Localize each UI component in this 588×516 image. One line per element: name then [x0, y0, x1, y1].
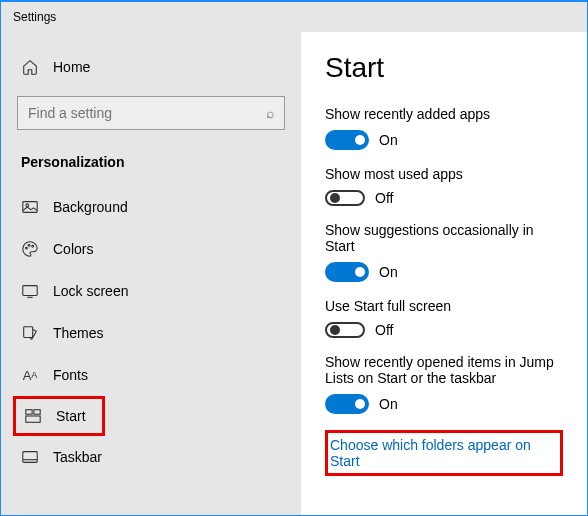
- setting-label: Show recently opened items in Jump Lists…: [325, 354, 563, 386]
- sidebar-item-taskbar[interactable]: Taskbar: [1, 436, 301, 478]
- toggle-state: On: [379, 264, 398, 280]
- main-panel: Start Show recently added apps On Show m…: [301, 32, 587, 515]
- toggle-state: On: [379, 396, 398, 412]
- sidebar-item-background[interactable]: Background: [1, 186, 301, 228]
- choose-folders-link[interactable]: Choose which folders appear on Start: [325, 430, 563, 476]
- sidebar-item-start[interactable]: Start: [13, 396, 105, 436]
- svg-rect-9: [26, 416, 40, 422]
- start-icon: [24, 407, 42, 425]
- picture-icon: [21, 198, 39, 216]
- fonts-icon: AA: [21, 366, 39, 384]
- toggle-most-used[interactable]: [325, 190, 365, 206]
- toggle-state: On: [379, 132, 398, 148]
- sidebar-item-lockscreen[interactable]: Lock screen: [1, 270, 301, 312]
- taskbar-icon: [21, 448, 39, 466]
- setting-fullscreen: Use Start full screen Off: [325, 298, 563, 338]
- sidebar-item-label: Start: [56, 408, 86, 424]
- svg-rect-5: [23, 286, 37, 296]
- setting-suggestions: Show suggestions occasionally in Start O…: [325, 222, 563, 282]
- svg-rect-6: [24, 327, 33, 338]
- themes-icon: [21, 324, 39, 342]
- sidebar-item-themes[interactable]: Themes: [1, 312, 301, 354]
- window-header: Settings: [1, 2, 587, 32]
- setting-label: Show suggestions occasionally in Start: [325, 222, 563, 254]
- page-title: Start: [325, 52, 563, 84]
- search-icon: ⌕: [266, 105, 274, 121]
- svg-point-3: [28, 245, 30, 247]
- svg-rect-8: [34, 410, 40, 415]
- setting-most-used: Show most used apps Off: [325, 166, 563, 206]
- sidebar-item-label: Fonts: [53, 367, 88, 383]
- setting-label: Use Start full screen: [325, 298, 563, 314]
- sidebar: Home ⌕ Personalization Background Colors…: [1, 32, 301, 515]
- category-heading: Personalization: [1, 146, 301, 186]
- svg-rect-7: [26, 410, 32, 415]
- toggle-suggestions[interactable]: [325, 262, 369, 282]
- setting-label: Show most used apps: [325, 166, 563, 182]
- svg-point-2: [26, 247, 28, 249]
- home-icon: [21, 58, 39, 76]
- toggle-state: Off: [375, 190, 393, 206]
- toggle-recently-added[interactable]: [325, 130, 369, 150]
- setting-recently-added: Show recently added apps On: [325, 106, 563, 150]
- svg-rect-0: [23, 202, 37, 213]
- home-nav[interactable]: Home: [1, 48, 301, 86]
- window-title: Settings: [13, 10, 56, 24]
- sidebar-item-fonts[interactable]: AA Fonts: [1, 354, 301, 396]
- setting-label: Show recently added apps: [325, 106, 563, 122]
- sidebar-item-label: Colors: [53, 241, 93, 257]
- svg-rect-10: [23, 452, 37, 463]
- search-input[interactable]: [28, 105, 266, 121]
- toggle-jumplists[interactable]: [325, 394, 369, 414]
- home-label: Home: [53, 59, 90, 75]
- sidebar-item-colors[interactable]: Colors: [1, 228, 301, 270]
- svg-point-4: [32, 245, 34, 247]
- sidebar-item-label: Themes: [53, 325, 104, 341]
- toggle-state: Off: [375, 322, 393, 338]
- sidebar-item-label: Lock screen: [53, 283, 128, 299]
- svg-point-1: [26, 204, 29, 207]
- setting-jumplists: Show recently opened items in Jump Lists…: [325, 354, 563, 414]
- palette-icon: [21, 240, 39, 258]
- sidebar-item-label: Background: [53, 199, 128, 215]
- sidebar-item-label: Taskbar: [53, 449, 102, 465]
- lockscreen-icon: [21, 282, 39, 300]
- toggle-fullscreen[interactable]: [325, 322, 365, 338]
- search-box[interactable]: ⌕: [17, 96, 285, 130]
